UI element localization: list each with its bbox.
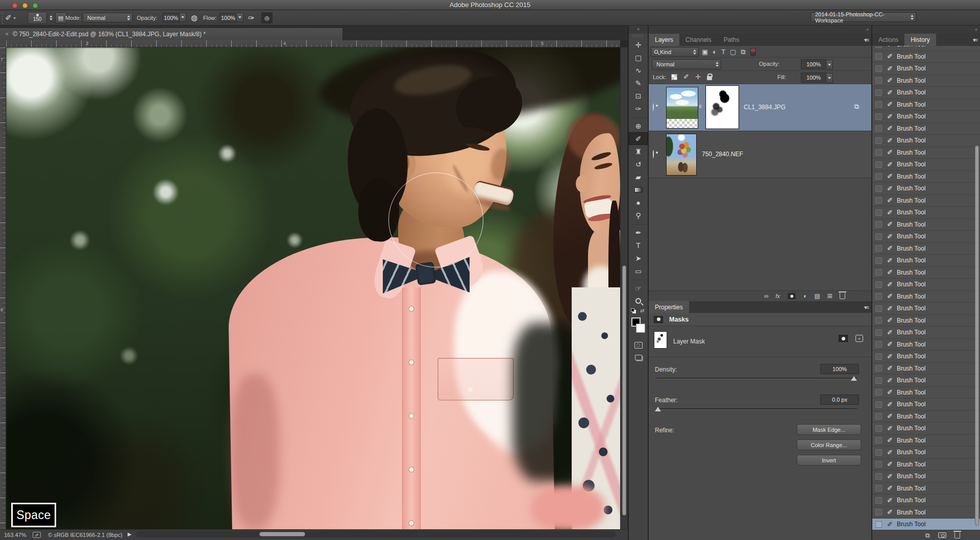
history-state-row[interactable]: ✐Brush Tool [872, 435, 980, 447]
history-source-checkbox[interactable] [875, 317, 882, 324]
history-state-row[interactable]: ✐Brush Tool [872, 339, 980, 351]
background-color-swatch[interactable] [636, 324, 645, 333]
history-source-checkbox[interactable] [875, 53, 882, 60]
history-state-row[interactable]: ✐Brush Tool [872, 303, 980, 315]
options-bar-grip[interactable] [2, 12, 3, 23]
history-source-checkbox[interactable] [875, 341, 882, 348]
move-tool[interactable]: ✛ [629, 38, 648, 51]
type-tool[interactable]: T [629, 239, 648, 252]
close-tab-icon[interactable]: × [5, 31, 9, 38]
history-state-row[interactable]: ✐Brush Tool [872, 291, 980, 303]
filter-kind-dropdown[interactable]: Kind [651, 47, 699, 57]
history-state-row[interactable]: ✐Brush Tool [872, 447, 980, 459]
mask-edge-button[interactable]: Mask Edge... [797, 424, 861, 435]
history-state-row[interactable]: ✐Brush Tool [872, 519, 980, 530]
rectangle-tool[interactable]: ▭ [629, 264, 648, 277]
blend-mode-dropdown[interactable]: Normal [83, 13, 133, 22]
history-source-checkbox[interactable] [875, 89, 882, 96]
canvas[interactable]: Space [6, 47, 620, 529]
lock-all-icon[interactable] [707, 76, 712, 80]
history-state-row[interactable]: ✐Brush Tool [872, 135, 980, 147]
vertical-scrollbar[interactable] [620, 47, 627, 529]
history-state-row[interactable]: ✐Brush Tool [872, 315, 980, 327]
history-state-row[interactable]: ✐Brush Tool [872, 471, 980, 483]
history-state-row[interactable]: ✐Brush Tool [872, 495, 980, 507]
lock-pixels-icon[interactable]: ✐ [683, 73, 689, 81]
panel-menu-icon[interactable]: ▾≡ [864, 37, 868, 43]
tab-properties[interactable]: Properties [649, 301, 689, 313]
layer-mask-thumbnail[interactable] [706, 86, 739, 129]
layer-visibility-toggle[interactable] [653, 151, 654, 158]
history-source-checkbox[interactable] [875, 461, 882, 468]
airbrush-mode-toggle[interactable]: ✑ [248, 10, 255, 26]
collapse-panel-icon[interactable]: » [866, 27, 868, 32]
swap-colors-icon[interactable]: ⇄ [640, 308, 644, 313]
gradient-tool[interactable] [629, 183, 648, 196]
tablet-opacity-toggle[interactable]: ◍ [191, 10, 198, 26]
history-state-row[interactable]: ✐Brush Tool [872, 111, 980, 123]
history-state-row[interactable]: ✐Brush Tool [872, 75, 980, 87]
default-colors-icon[interactable] [631, 308, 634, 312]
brush-preset-button[interactable]: ✐ ▾ [5, 10, 16, 26]
layer-fill-field[interactable]: 100% [801, 72, 826, 83]
layer-blend-mode-dropdown[interactable]: Normal [652, 59, 721, 69]
horizontal-ruler[interactable]: 345 [6, 40, 620, 47]
history-source-checkbox[interactable] [875, 77, 882, 84]
history-state-row[interactable]: ✐Brush Tool [872, 171, 980, 183]
density-slider[interactable] [656, 378, 857, 379]
history-source-checkbox[interactable] [875, 473, 882, 480]
brush-size-indicator[interactable]: 150 [28, 12, 47, 24]
history-source-checkbox[interactable] [875, 221, 882, 228]
tab-channels[interactable]: Channels [679, 34, 718, 46]
layer-name[interactable]: 750_2840.NEF [702, 151, 743, 158]
tab-history[interactable]: History [904, 34, 936, 46]
history-state-row[interactable]: ✐Brush Tool [872, 255, 980, 267]
new-group-icon[interactable]: ▤ [814, 292, 820, 300]
history-state-row[interactable]: ✐Brush Tool [872, 195, 980, 207]
history-state-row[interactable]: ✐Brush Tool [872, 99, 980, 111]
history-state-row[interactable]: ✐Brush Tool [872, 399, 980, 411]
feather-slider[interactable] [656, 408, 857, 410]
history-state-row[interactable]: ✐Brush Tool [872, 423, 980, 435]
history-state-row[interactable]: ✐Brush Tool [872, 363, 980, 375]
delete-state-icon[interactable] [954, 532, 960, 538]
history-source-checkbox[interactable] [875, 149, 882, 156]
history-source-checkbox[interactable] [875, 485, 882, 492]
history-source-checkbox[interactable] [875, 389, 882, 396]
path-selection-tool[interactable]: ➤ [629, 252, 648, 264]
history-source-checkbox[interactable] [875, 245, 882, 252]
flow-dropdown-button[interactable] [237, 13, 243, 22]
history-source-checkbox[interactable] [875, 209, 882, 216]
collapse-panel-icon[interactable]: » [975, 27, 977, 32]
horizontal-scrollbar[interactable] [136, 531, 616, 537]
history-source-checkbox[interactable] [875, 65, 882, 72]
crop-tool[interactable]: ⊡ [629, 89, 648, 102]
history-state-row[interactable]: ✐Brush Tool [872, 243, 980, 255]
history-source-checkbox[interactable] [875, 125, 882, 132]
history-source-checkbox[interactable] [875, 365, 882, 372]
lock-transparency-icon[interactable] [671, 74, 677, 80]
history-state-row[interactable]: ✐Brush Tool [872, 219, 980, 231]
history-scrollbar-thumb[interactable] [975, 145, 979, 526]
history-state-row[interactable]: ✐Brush Tool [872, 483, 980, 495]
zoom-tool[interactable] [629, 294, 648, 307]
layer-row[interactable]: 750_2840.NEF [649, 131, 871, 178]
history-state-row[interactable]: ✐Brush Tool [872, 387, 980, 399]
history-source-checkbox[interactable] [875, 377, 882, 384]
new-document-from-state-icon[interactable]: ⧉ [925, 532, 930, 539]
density-slider-handle[interactable] [851, 376, 857, 381]
history-source-checkbox[interactable] [875, 521, 882, 528]
history-source-checkbox[interactable] [875, 281, 882, 288]
history-source-checkbox[interactable] [875, 173, 882, 180]
history-brush-tool[interactable]: ↺ [629, 158, 648, 170]
new-layer-icon[interactable]: ⊞ [827, 292, 832, 300]
tab-actions[interactable]: Actions [872, 34, 904, 46]
vertical-ruler[interactable]: 78 [0, 47, 6, 529]
title-bar[interactable]: Adobe Photoshop CC 2015 [0, 0, 980, 10]
history-source-checkbox[interactable] [875, 197, 882, 204]
document-tab[interactable]: × © 750_2840-Edit-2-Edit.psd @ 163% (CL1… [0, 28, 343, 40]
invert-button[interactable]: Invert [797, 455, 861, 465]
history-state-row[interactable]: ✐Brush Tool [872, 63, 980, 75]
history-source-checkbox[interactable] [875, 437, 882, 444]
history-source-checkbox[interactable] [875, 329, 882, 336]
